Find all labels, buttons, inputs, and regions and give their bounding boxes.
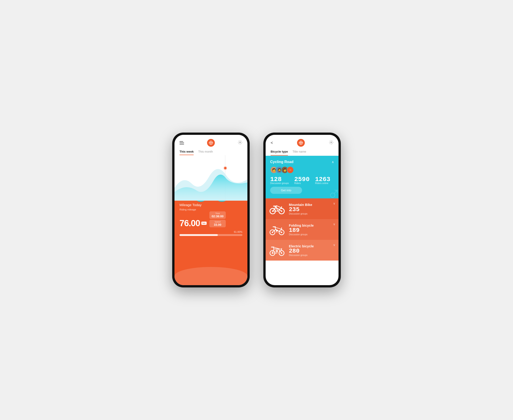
riding-mileage-label: Riding mileage <box>180 208 242 211</box>
electric-bicycle-chevron: ∨ <box>333 243 335 247</box>
folding-bicycle-name: Folding bicycle <box>289 224 335 227</box>
mountain-bike-label: Discussion groups <box>289 212 335 215</box>
phone-bicycle-type: < <box>263 133 341 287</box>
tab-this-month[interactable]: This month <box>198 150 213 155</box>
mileage-section: Mileage Today Riding mileage 76.00 km <box>180 203 242 228</box>
folding-bicycle-item[interactable]: ∨ <box>266 219 339 240</box>
progress-pct: 61.00% <box>180 231 242 233</box>
cr-chevron-icon[interactable]: ∧ <box>332 160 334 164</box>
page-wrapper: This week This month <box>131 133 382 287</box>
electric-bicycle-name: Electric bicycle <box>289 244 335 248</box>
mountain-bike-name: Mountain Bike <box>289 203 335 207</box>
discussion-groups-label: Discussion groups <box>270 182 289 185</box>
menu-icon[interactable] <box>180 141 184 144</box>
tab-this-week[interactable]: This week <box>180 150 194 155</box>
phone2-content: ♂ Cycling Road ∧ 🧑 🧔 👩 → 128 <box>266 156 339 285</box>
settings-icon-2[interactable] <box>329 140 333 146</box>
progress-area: 61.00% <box>180 231 242 236</box>
progress-bar-fill <box>180 234 218 236</box>
discussion-groups-stat: 128 Discussion groups <box>270 176 289 185</box>
mileage-row: 76.00 km Time 02:36:00 <box>180 211 242 228</box>
brand-logo <box>207 139 215 147</box>
phone2-tabs: Bicycle type Title name <box>266 149 339 156</box>
folding-bicycle-label: Discussion groups <box>289 233 335 236</box>
mountain-bike-icon <box>269 202 285 215</box>
folding-bicycle-info: Folding bicycle 189 Discussion groups <box>289 224 335 236</box>
tab-title-name[interactable]: Title name <box>293 150 306 156</box>
mountain-bike-info: Mountain Bike 235 Discussion groups <box>289 203 335 215</box>
svg-rect-69 <box>276 250 278 252</box>
cr-avatars: 🧑 🧔 👩 → <box>270 166 334 173</box>
mileage-value: 76.00 <box>180 218 200 228</box>
tab-bicycle-type[interactable]: Bicycle type <box>271 150 288 156</box>
get-into-button[interactable]: Get into <box>270 187 302 194</box>
electric-bicycle-info: Electric bicycle 280 Discussion groups <box>289 244 335 256</box>
cycling-road-card: ♂ Cycling Road ∧ 🧑 🧔 👩 → 128 <box>266 156 339 198</box>
mountain-bike-item[interactable]: ∨ <box>266 198 339 219</box>
watermark: ♂ <box>327 185 339 198</box>
electric-bicycle-item[interactable]: ∨ <box>266 240 339 261</box>
cr-title: Cycling Road <box>270 160 294 164</box>
bottom-section: Mileage Today Riding mileage 76.00 km <box>174 201 247 285</box>
folding-bicycle-chevron: ∨ <box>333 222 335 226</box>
km-badge: km <box>201 222 207 225</box>
progress-bar-bg <box>180 234 242 236</box>
avatar-more[interactable]: → <box>287 166 294 173</box>
phone-mileage: This week This month <box>172 133 250 287</box>
phone1-header <box>174 135 247 149</box>
cr-header: Cycling Road ∧ <box>270 160 334 164</box>
brand-logo-2 <box>297 139 305 147</box>
folding-bicycle-count: 189 <box>289 227 335 233</box>
time-value: 02:36:00 <box>212 215 223 218</box>
svg-rect-55 <box>273 226 276 227</box>
riders-online-label: Riders online <box>315 182 330 185</box>
speed-value: 33.00 <box>212 223 223 226</box>
electric-bicycle-count: 280 <box>289 248 335 254</box>
mileage-today-label: Mileage Today <box>180 203 242 207</box>
svg-rect-42 <box>273 206 276 207</box>
mountain-bike-count: 235 <box>289 207 335 212</box>
svg-line-39 <box>277 206 282 208</box>
svg-line-53 <box>275 227 282 229</box>
time-box: Time 02:36:00 <box>209 211 226 219</box>
back-button[interactable]: < <box>271 141 273 145</box>
svg-point-1 <box>240 142 241 143</box>
time-label: Time <box>212 212 223 215</box>
phone1-tabs: This week This month <box>174 149 247 155</box>
electric-bicycle-label: Discussion groups <box>289 254 335 256</box>
speed-box: Speed 33.00 <box>209 220 226 227</box>
svg-rect-68 <box>271 247 274 248</box>
riders-stat: 2590 Riders <box>294 176 309 185</box>
phone2-header: < <box>266 135 339 149</box>
riders-online-stat: 1263 Riders online <box>315 176 330 185</box>
settings-icon[interactable] <box>238 140 242 146</box>
phone1-screen: This week This month <box>174 135 247 285</box>
speed-label: Speed <box>212 221 223 223</box>
wave-bg <box>174 267 247 285</box>
electric-bicycle-icon <box>269 244 285 256</box>
phone2-screen: < <box>266 135 339 285</box>
mountain-bike-chevron: ∨ <box>333 202 335 205</box>
time-speed-col: Time 02:36:00 Speed 33.00 <box>209 211 226 227</box>
svg-point-29 <box>331 142 332 143</box>
chart-area <box>174 155 247 201</box>
cr-stats: 128 Discussion groups 2590 Riders 1263 R… <box>270 176 334 185</box>
folding-bicycle-icon <box>269 223 285 236</box>
